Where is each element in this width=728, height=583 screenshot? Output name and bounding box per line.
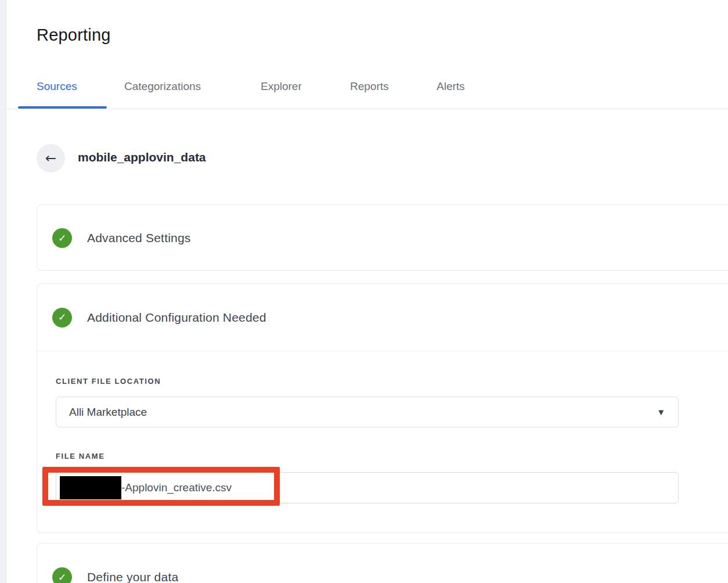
- client-file-location-select[interactable]: Alli Marketplace ▼: [56, 397, 679, 427]
- file-name-input[interactable]: -Applovin_creative.csv: [56, 472, 679, 503]
- section-define-your-data[interactable]: ✓ Define your data: [37, 543, 728, 583]
- check-icon: ✓: [58, 233, 66, 243]
- chevron-down-icon: ▼: [657, 408, 665, 416]
- status-complete-badge: ✓: [52, 228, 72, 248]
- tab-explorer[interactable]: Explorer: [261, 80, 302, 93]
- client-file-location-value: Alli Marketplace: [69, 406, 657, 419]
- file-name-value: -Applovin_creative.csv: [121, 481, 232, 494]
- check-icon: ✓: [58, 312, 66, 322]
- client-file-location-label: CLIENT FILE LOCATION: [56, 377, 161, 386]
- back-button[interactable]: ←: [37, 144, 65, 172]
- arrow-left-icon: ←: [45, 152, 56, 165]
- section-header: ✓ Advanced Settings: [37, 205, 728, 271]
- tab-alerts[interactable]: Alerts: [437, 80, 465, 93]
- source-name: mobile_applovin_data: [78, 150, 206, 164]
- reporting-page: Reporting Sources Categorizations Explor…: [0, 0, 728, 583]
- tab-sources[interactable]: Sources: [37, 80, 77, 93]
- section-title: Advanced Settings: [87, 231, 191, 245]
- section-title: Define your data: [87, 570, 178, 583]
- left-rail: [0, 0, 6, 583]
- section-header: ✓ Define your data: [37, 544, 728, 583]
- section-title: Additional Configuration Needed: [87, 311, 266, 325]
- page-title: Reporting: [37, 26, 111, 45]
- tabs-divider: [6, 109, 728, 109]
- tab-reports[interactable]: Reports: [350, 80, 389, 93]
- section-advanced-settings[interactable]: ✓ Advanced Settings: [37, 204, 728, 271]
- status-complete-badge: ✓: [52, 308, 72, 328]
- section-header[interactable]: ✓ Additional Configuration Needed: [37, 284, 728, 351]
- tab-categorizations[interactable]: Categorizations: [124, 80, 201, 93]
- status-complete-badge: ✓: [52, 567, 72, 583]
- section-additional-configuration: ✓ Additional Configuration Needed CLIENT…: [37, 283, 728, 533]
- file-name-label: FILE NAME: [56, 452, 104, 460]
- redacted-text-block: [60, 476, 121, 499]
- check-icon: ✓: [58, 573, 66, 582]
